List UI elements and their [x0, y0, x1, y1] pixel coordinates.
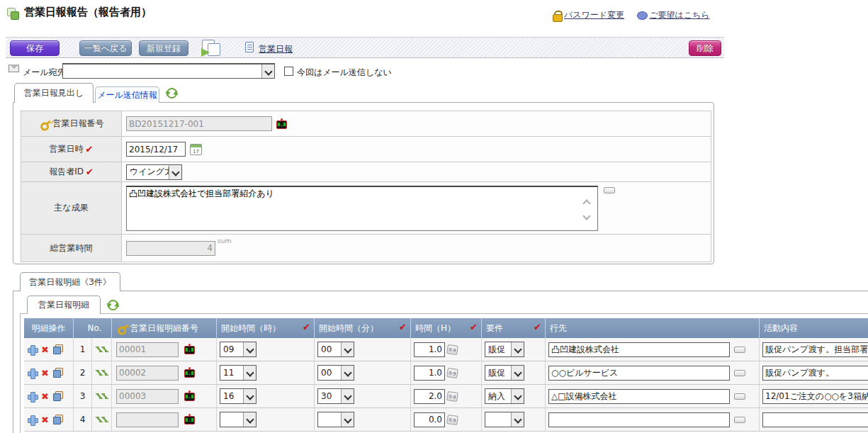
- activity-input[interactable]: [762, 389, 868, 404]
- row-start-min-cell: 00: [315, 338, 411, 361]
- category-select[interactable]: [485, 412, 524, 427]
- detail-table: 明細操作 No. 営業日報明細番号 開始時間（時）✔ 開始時間（分）✔ 時間（H…: [24, 318, 868, 432]
- row-start-hour-cell: [217, 408, 315, 431]
- copy-row-icon[interactable]: [53, 391, 63, 401]
- move-row-icon[interactable]: [96, 344, 108, 355]
- numeric-badge-icon: 0-9: [446, 368, 458, 378]
- refresh-icon[interactable]: [167, 88, 177, 99]
- report-no-input[interactable]: [126, 116, 272, 131]
- tab-mail-info[interactable]: メール送信情報: [95, 86, 159, 103]
- autonum-icon: 8.8: [184, 344, 195, 354]
- activity-input[interactable]: [762, 342, 868, 357]
- lock-icon: [553, 11, 561, 21]
- detail-no-input[interactable]: [116, 342, 179, 357]
- row-move-cell: [92, 338, 112, 361]
- add-row-icon[interactable]: [28, 392, 37, 401]
- detail-no-input[interactable]: [116, 389, 179, 404]
- start-min-select[interactable]: 30: [317, 388, 354, 404]
- row-move-cell: [92, 408, 112, 431]
- activity-input[interactable]: [762, 412, 868, 427]
- tab-detail[interactable]: 営業日報明細: [27, 296, 101, 314]
- skip-mail-checkbox[interactable]: [284, 67, 293, 76]
- start-min-select[interactable]: 00: [317, 365, 354, 381]
- destination-expand-button[interactable]: [734, 417, 745, 423]
- move-row-icon[interactable]: [96, 390, 108, 402]
- reporter-id-select[interactable]: ウイング太郎: [126, 164, 182, 180]
- new-record-button[interactable]: 新規登録: [139, 40, 188, 56]
- expand-textarea-button[interactable]: [604, 187, 615, 193]
- tab-report-header[interactable]: 営業日報見出し: [14, 83, 94, 103]
- move-row-icon[interactable]: [96, 367, 108, 378]
- destination-expand-button[interactable]: [734, 347, 745, 353]
- hours-input[interactable]: [414, 389, 445, 404]
- hours-input[interactable]: [414, 342, 445, 357]
- category-select[interactable]: 納入: [485, 388, 524, 404]
- destination-expand-button[interactable]: [734, 393, 745, 400]
- delete-row-icon[interactable]: ✖: [41, 345, 49, 354]
- row-start-min-cell: [315, 408, 411, 431]
- move-row-icon[interactable]: [96, 414, 108, 425]
- row-start-min-cell: 30: [315, 385, 411, 407]
- destination-input[interactable]: [548, 389, 730, 404]
- main-result-textarea[interactable]: 凸凹建設株式会社で担当部署紹介あり: [126, 186, 598, 231]
- report-date-input[interactable]: [126, 142, 186, 157]
- calendar-icon[interactable]: 17: [190, 144, 202, 155]
- col-hours-header: 時間（H）✔: [411, 318, 482, 338]
- copy-report-icon[interactable]: [200, 39, 224, 57]
- row-destination-cell: [546, 361, 760, 384]
- start-min-select[interactable]: 00: [317, 342, 354, 357]
- col-ops-header: 明細操作: [24, 318, 74, 338]
- detail-no-input[interactable]: [116, 366, 179, 381]
- start-hour-select[interactable]: 09: [220, 342, 257, 357]
- category-select[interactable]: 販促: [485, 365, 524, 381]
- col-detail-no-header: 営業日報明細番号: [112, 318, 217, 338]
- row-activity-cell: [760, 338, 868, 361]
- row-category-cell: 販促: [482, 338, 546, 361]
- numeric-badge-icon: 0-9: [446, 415, 458, 425]
- start-hour-select[interactable]: 16: [220, 388, 257, 404]
- delete-button[interactable]: 削除: [689, 40, 721, 56]
- key-icon: [114, 321, 129, 336]
- report-link[interactable]: 営業日報: [259, 43, 293, 55]
- request-link[interactable]: ご要望はこちら: [649, 9, 709, 21]
- row-detail-no-cell: 8.8: [112, 338, 217, 361]
- table-row: ✖ 1 8.8 09 00 0-9 販促: [24, 338, 868, 361]
- activity-input[interactable]: [762, 366, 868, 381]
- chevron-down-icon: [511, 389, 524, 403]
- start-hour-select[interactable]: [220, 412, 257, 427]
- destination-input[interactable]: [548, 342, 730, 357]
- delete-row-icon[interactable]: ✖: [41, 415, 49, 424]
- detail-no-input[interactable]: [116, 412, 179, 427]
- row-hours-cell: 0-9: [411, 385, 482, 407]
- destination-input[interactable]: [548, 366, 730, 381]
- tab-detail-summary[interactable]: 営業日報明細《3件》: [20, 272, 120, 291]
- sum-label: sum: [218, 237, 231, 244]
- row-start-hour-cell: 16: [217, 385, 315, 407]
- add-row-icon[interactable]: [28, 415, 37, 424]
- add-row-icon[interactable]: [28, 345, 37, 354]
- report-doc-icon: [245, 42, 254, 55]
- delete-row-icon[interactable]: ✖: [41, 369, 49, 378]
- start-hour-select[interactable]: 11: [220, 365, 257, 381]
- destination-expand-button[interactable]: [734, 370, 745, 376]
- total-hours-input[interactable]: [126, 241, 215, 256]
- destination-input[interactable]: [548, 412, 730, 427]
- refresh-icon[interactable]: [108, 300, 118, 310]
- category-select[interactable]: 販促: [485, 342, 524, 357]
- copy-row-icon[interactable]: [53, 344, 63, 354]
- hours-input[interactable]: [414, 412, 445, 427]
- detail-table-header: 明細操作 No. 営業日報明細番号 開始時間（時）✔ 開始時間（分）✔ 時間（H…: [24, 318, 868, 338]
- password-link[interactable]: パスワード変更: [564, 9, 624, 21]
- back-to-list-button[interactable]: 一覧へ戻る: [79, 40, 132, 56]
- add-row-icon[interactable]: [28, 369, 37, 378]
- start-min-select[interactable]: [317, 412, 354, 427]
- save-button[interactable]: 保存: [10, 40, 60, 56]
- chevron-down-icon: [243, 389, 256, 403]
- mail-to-select[interactable]: [62, 63, 275, 79]
- copy-row-icon[interactable]: [53, 368, 63, 378]
- delete-row-icon[interactable]: ✖: [41, 392, 49, 401]
- hours-input[interactable]: [414, 366, 445, 381]
- copy-row-icon[interactable]: [53, 415, 63, 424]
- row-detail-no-cell: 8.8: [112, 408, 217, 431]
- col-no-header: No.: [74, 318, 112, 338]
